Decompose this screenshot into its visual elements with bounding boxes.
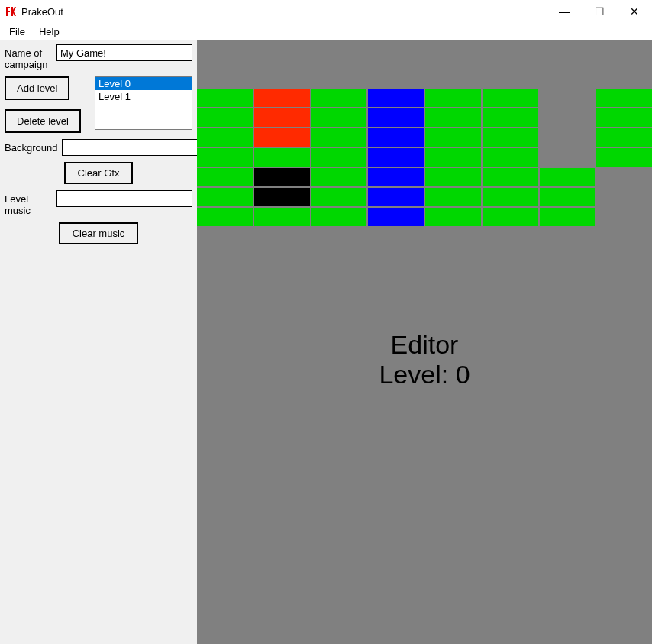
brick[interactable] bbox=[483, 128, 538, 147]
brick[interactable] bbox=[540, 128, 596, 147]
brick[interactable] bbox=[311, 108, 367, 127]
brick[interactable] bbox=[311, 89, 367, 107]
brick[interactable] bbox=[483, 168, 538, 186]
brick[interactable] bbox=[254, 148, 310, 167]
brick-row bbox=[197, 89, 652, 107]
brick[interactable] bbox=[540, 89, 596, 107]
brick-row bbox=[197, 188, 652, 206]
brick[interactable] bbox=[540, 168, 596, 186]
brick-row bbox=[197, 208, 652, 226]
campaign-row: Name of campaign bbox=[5, 44, 192, 70]
brick-row bbox=[197, 148, 652, 167]
brick[interactable] bbox=[483, 108, 538, 127]
brick[interactable] bbox=[254, 188, 310, 206]
brick[interactable] bbox=[311, 188, 367, 206]
editor-canvas[interactable]: Editor Level: 0 bbox=[197, 40, 652, 644]
brick[interactable] bbox=[596, 108, 652, 127]
music-input[interactable] bbox=[56, 190, 192, 207]
brick-grid bbox=[197, 89, 652, 228]
brick[interactable] bbox=[540, 188, 596, 206]
app-title: PrakeOut bbox=[21, 6, 547, 18]
sidebar: Name of campaign Add level Delete level … bbox=[0, 40, 197, 644]
minimize-button[interactable]: — bbox=[547, 0, 582, 23]
music-label: Level music bbox=[5, 190, 52, 216]
brick[interactable] bbox=[425, 208, 481, 226]
editor-overlay-text: Editor Level: 0 bbox=[197, 330, 652, 390]
brick[interactable] bbox=[197, 128, 253, 147]
brick[interactable] bbox=[368, 128, 424, 147]
brick[interactable] bbox=[483, 89, 538, 107]
clear-gfx-button[interactable]: Clear Gfx bbox=[64, 162, 134, 184]
brick[interactable] bbox=[368, 108, 424, 127]
level-list-item[interactable]: Level 1 bbox=[95, 90, 192, 103]
brick[interactable] bbox=[596, 188, 652, 206]
brick[interactable] bbox=[368, 89, 424, 107]
brick[interactable] bbox=[368, 188, 424, 206]
brick[interactable] bbox=[596, 148, 652, 167]
background-input[interactable] bbox=[62, 139, 198, 156]
body: Name of campaign Add level Delete level … bbox=[0, 40, 652, 644]
brick[interactable] bbox=[425, 168, 481, 186]
brick[interactable] bbox=[596, 128, 652, 147]
brick-row bbox=[197, 108, 652, 127]
app-icon bbox=[5, 5, 17, 18]
brick[interactable] bbox=[540, 148, 596, 167]
brick[interactable] bbox=[254, 128, 310, 147]
brick[interactable] bbox=[596, 89, 652, 107]
brick[interactable] bbox=[254, 89, 310, 107]
brick[interactable] bbox=[311, 128, 367, 147]
delete-level-button[interactable]: Delete level bbox=[5, 109, 81, 133]
editor-line2: Level: 0 bbox=[197, 360, 652, 390]
brick[interactable] bbox=[483, 208, 538, 226]
brick[interactable] bbox=[368, 168, 424, 186]
brick[interactable] bbox=[596, 208, 652, 226]
brick[interactable] bbox=[540, 108, 596, 127]
brick[interactable] bbox=[368, 148, 424, 167]
brick[interactable] bbox=[197, 148, 253, 167]
brick[interactable] bbox=[311, 208, 367, 226]
brick[interactable] bbox=[596, 168, 652, 186]
music-row: Level music bbox=[5, 190, 192, 216]
add-level-button[interactable]: Add level bbox=[5, 76, 69, 100]
brick[interactable] bbox=[540, 208, 596, 226]
brick[interactable] bbox=[311, 168, 367, 186]
brick[interactable] bbox=[425, 128, 481, 147]
brick[interactable] bbox=[197, 208, 253, 226]
campaign-label: Name of campaign bbox=[5, 44, 52, 70]
menubar: File Help bbox=[0, 23, 652, 40]
brick[interactable] bbox=[197, 89, 253, 107]
brick[interactable] bbox=[254, 208, 310, 226]
campaign-input[interactable] bbox=[56, 44, 192, 61]
editor-line1: Editor bbox=[197, 330, 652, 360]
level-buttons: Add level Delete level bbox=[5, 76, 90, 133]
menu-help[interactable]: Help bbox=[33, 24, 66, 39]
level-listbox[interactable]: Level 0Level 1 bbox=[95, 76, 192, 130]
close-button[interactable]: ✕ bbox=[617, 0, 652, 23]
brick[interactable] bbox=[197, 168, 253, 186]
brick[interactable] bbox=[425, 108, 481, 127]
brick[interactable] bbox=[254, 168, 310, 186]
clear-music-row: Clear music bbox=[5, 222, 192, 244]
levels-row: Add level Delete level Level 0Level 1 bbox=[5, 76, 192, 133]
brick-row bbox=[197, 168, 652, 186]
brick[interactable] bbox=[368, 208, 424, 226]
clear-gfx-row: Clear Gfx bbox=[5, 162, 192, 184]
brick[interactable] bbox=[254, 108, 310, 127]
brick[interactable] bbox=[483, 188, 538, 206]
brick[interactable] bbox=[425, 148, 481, 167]
brick[interactable] bbox=[197, 188, 253, 206]
brick-row bbox=[197, 128, 652, 147]
maximize-button[interactable]: ☐ bbox=[582, 0, 617, 23]
brick[interactable] bbox=[311, 148, 367, 167]
titlebar: PrakeOut — ☐ ✕ bbox=[0, 0, 652, 23]
app-window: PrakeOut — ☐ ✕ File Help Name of campaig… bbox=[0, 0, 652, 644]
window-controls: — ☐ ✕ bbox=[547, 0, 652, 23]
brick[interactable] bbox=[197, 108, 253, 127]
brick[interactable] bbox=[483, 148, 538, 167]
brick[interactable] bbox=[425, 188, 481, 206]
background-row: Background bbox=[5, 139, 192, 156]
clear-music-button[interactable]: Clear music bbox=[59, 222, 139, 244]
level-list-item[interactable]: Level 0 bbox=[95, 77, 192, 90]
brick[interactable] bbox=[425, 89, 481, 107]
menu-file[interactable]: File bbox=[3, 24, 31, 39]
